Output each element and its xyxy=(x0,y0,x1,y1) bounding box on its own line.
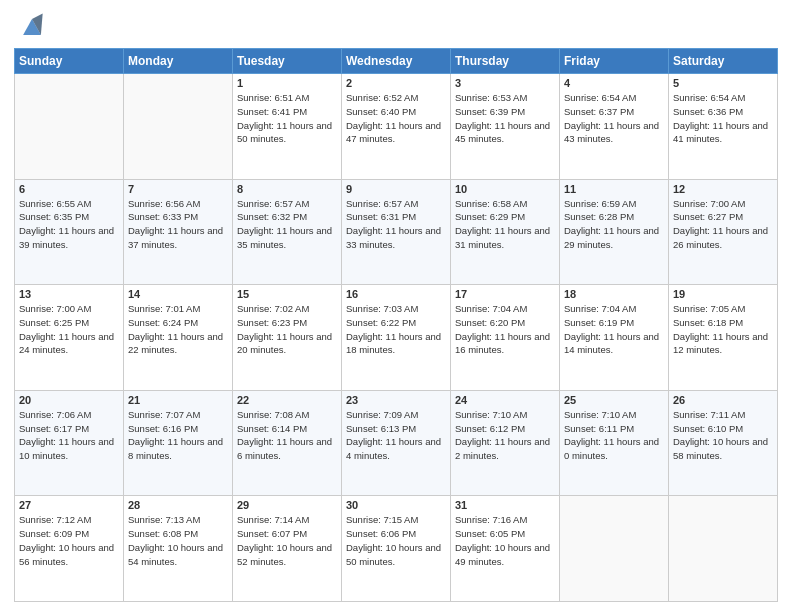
day-cell: 19 Sunrise: 7:05 AM Sunset: 6:18 PM Dayl… xyxy=(669,285,778,391)
sunrise-text: Sunrise: 7:11 AM xyxy=(673,409,745,420)
sunrise-text: Sunrise: 6:56 AM xyxy=(128,198,200,209)
day-number: 25 xyxy=(564,394,664,406)
header xyxy=(14,10,778,42)
day-cell: 5 Sunrise: 6:54 AM Sunset: 6:36 PM Dayli… xyxy=(669,74,778,180)
day-cell: 8 Sunrise: 6:57 AM Sunset: 6:32 PM Dayli… xyxy=(233,179,342,285)
daylight-text: Daylight: 11 hours and 14 minutes. xyxy=(564,331,659,356)
day-number: 19 xyxy=(673,288,773,300)
daylight-text: Daylight: 10 hours and 56 minutes. xyxy=(19,542,114,567)
sunset-text: Sunset: 6:27 PM xyxy=(673,211,743,222)
sunset-text: Sunset: 6:36 PM xyxy=(673,106,743,117)
day-cell: 30 Sunrise: 7:15 AM Sunset: 6:06 PM Dayl… xyxy=(342,496,451,602)
daylight-text: Daylight: 10 hours and 49 minutes. xyxy=(455,542,550,567)
daylight-text: Daylight: 11 hours and 18 minutes. xyxy=(346,331,441,356)
day-number: 10 xyxy=(455,183,555,195)
sunset-text: Sunset: 6:24 PM xyxy=(128,317,198,328)
sunset-text: Sunset: 6:32 PM xyxy=(237,211,307,222)
day-cell xyxy=(124,74,233,180)
sunset-text: Sunset: 6:19 PM xyxy=(564,317,634,328)
daylight-text: Daylight: 11 hours and 45 minutes. xyxy=(455,120,550,145)
daylight-text: Daylight: 11 hours and 4 minutes. xyxy=(346,436,441,461)
sunrise-text: Sunrise: 7:10 AM xyxy=(564,409,636,420)
daylight-text: Daylight: 11 hours and 22 minutes. xyxy=(128,331,223,356)
day-cell: 31 Sunrise: 7:16 AM Sunset: 6:05 PM Dayl… xyxy=(451,496,560,602)
sunrise-text: Sunrise: 7:08 AM xyxy=(237,409,309,420)
day-info: Sunrise: 7:09 AM Sunset: 6:13 PM Dayligh… xyxy=(346,408,446,463)
sunrise-text: Sunrise: 7:01 AM xyxy=(128,303,200,314)
sunrise-text: Sunrise: 6:58 AM xyxy=(455,198,527,209)
day-cell: 12 Sunrise: 7:00 AM Sunset: 6:27 PM Dayl… xyxy=(669,179,778,285)
sunset-text: Sunset: 6:08 PM xyxy=(128,528,198,539)
day-cell: 15 Sunrise: 7:02 AM Sunset: 6:23 PM Dayl… xyxy=(233,285,342,391)
daylight-text: Daylight: 11 hours and 26 minutes. xyxy=(673,225,768,250)
day-cell: 2 Sunrise: 6:52 AM Sunset: 6:40 PM Dayli… xyxy=(342,74,451,180)
day-info: Sunrise: 7:15 AM Sunset: 6:06 PM Dayligh… xyxy=(346,513,446,568)
day-info: Sunrise: 7:08 AM Sunset: 6:14 PM Dayligh… xyxy=(237,408,337,463)
sunset-text: Sunset: 6:39 PM xyxy=(455,106,525,117)
day-info: Sunrise: 7:10 AM Sunset: 6:11 PM Dayligh… xyxy=(564,408,664,463)
daylight-text: Daylight: 10 hours and 50 minutes. xyxy=(346,542,441,567)
sunset-text: Sunset: 6:41 PM xyxy=(237,106,307,117)
daylight-text: Daylight: 11 hours and 50 minutes. xyxy=(237,120,332,145)
daylight-text: Daylight: 11 hours and 35 minutes. xyxy=(237,225,332,250)
page: SundayMondayTuesdayWednesdayThursdayFrid… xyxy=(0,0,792,612)
day-info: Sunrise: 7:00 AM Sunset: 6:27 PM Dayligh… xyxy=(673,197,773,252)
sunrise-text: Sunrise: 7:00 AM xyxy=(19,303,91,314)
sunrise-text: Sunrise: 7:12 AM xyxy=(19,514,91,525)
day-info: Sunrise: 7:10 AM Sunset: 6:12 PM Dayligh… xyxy=(455,408,555,463)
day-info: Sunrise: 7:04 AM Sunset: 6:20 PM Dayligh… xyxy=(455,302,555,357)
sunset-text: Sunset: 6:07 PM xyxy=(237,528,307,539)
daylight-text: Daylight: 10 hours and 54 minutes. xyxy=(128,542,223,567)
day-info: Sunrise: 7:04 AM Sunset: 6:19 PM Dayligh… xyxy=(564,302,664,357)
logo-icon xyxy=(16,10,48,42)
day-number: 2 xyxy=(346,77,446,89)
day-number: 7 xyxy=(128,183,228,195)
daylight-text: Daylight: 11 hours and 12 minutes. xyxy=(673,331,768,356)
day-cell: 1 Sunrise: 6:51 AM Sunset: 6:41 PM Dayli… xyxy=(233,74,342,180)
week-row: 13 Sunrise: 7:00 AM Sunset: 6:25 PM Dayl… xyxy=(15,285,778,391)
day-cell: 18 Sunrise: 7:04 AM Sunset: 6:19 PM Dayl… xyxy=(560,285,669,391)
sunset-text: Sunset: 6:31 PM xyxy=(346,211,416,222)
sunset-text: Sunset: 6:16 PM xyxy=(128,423,198,434)
day-cell: 23 Sunrise: 7:09 AM Sunset: 6:13 PM Dayl… xyxy=(342,390,451,496)
day-info: Sunrise: 6:58 AM Sunset: 6:29 PM Dayligh… xyxy=(455,197,555,252)
day-number: 28 xyxy=(128,499,228,511)
day-number: 29 xyxy=(237,499,337,511)
sunrise-text: Sunrise: 6:55 AM xyxy=(19,198,91,209)
day-cell: 24 Sunrise: 7:10 AM Sunset: 6:12 PM Dayl… xyxy=(451,390,560,496)
sunrise-text: Sunrise: 7:00 AM xyxy=(673,198,745,209)
day-info: Sunrise: 7:03 AM Sunset: 6:22 PM Dayligh… xyxy=(346,302,446,357)
day-info: Sunrise: 7:02 AM Sunset: 6:23 PM Dayligh… xyxy=(237,302,337,357)
day-info: Sunrise: 6:57 AM Sunset: 6:32 PM Dayligh… xyxy=(237,197,337,252)
sunset-text: Sunset: 6:20 PM xyxy=(455,317,525,328)
day-info: Sunrise: 7:01 AM Sunset: 6:24 PM Dayligh… xyxy=(128,302,228,357)
day-cell: 17 Sunrise: 7:04 AM Sunset: 6:20 PM Dayl… xyxy=(451,285,560,391)
sunset-text: Sunset: 6:09 PM xyxy=(19,528,89,539)
day-info: Sunrise: 6:54 AM Sunset: 6:36 PM Dayligh… xyxy=(673,91,773,146)
daylight-text: Daylight: 11 hours and 39 minutes. xyxy=(19,225,114,250)
daylight-text: Daylight: 10 hours and 58 minutes. xyxy=(673,436,768,461)
week-row: 20 Sunrise: 7:06 AM Sunset: 6:17 PM Dayl… xyxy=(15,390,778,496)
sunrise-text: Sunrise: 6:57 AM xyxy=(237,198,309,209)
day-number: 23 xyxy=(346,394,446,406)
sunset-text: Sunset: 6:22 PM xyxy=(346,317,416,328)
day-info: Sunrise: 7:12 AM Sunset: 6:09 PM Dayligh… xyxy=(19,513,119,568)
day-number: 31 xyxy=(455,499,555,511)
day-number: 26 xyxy=(673,394,773,406)
day-number: 24 xyxy=(455,394,555,406)
sunrise-text: Sunrise: 7:06 AM xyxy=(19,409,91,420)
day-cell: 26 Sunrise: 7:11 AM Sunset: 6:10 PM Dayl… xyxy=(669,390,778,496)
day-info: Sunrise: 7:14 AM Sunset: 6:07 PM Dayligh… xyxy=(237,513,337,568)
day-info: Sunrise: 6:54 AM Sunset: 6:37 PM Dayligh… xyxy=(564,91,664,146)
daylight-text: Daylight: 11 hours and 43 minutes. xyxy=(564,120,659,145)
sunrise-text: Sunrise: 6:51 AM xyxy=(237,92,309,103)
day-cell: 16 Sunrise: 7:03 AM Sunset: 6:22 PM Dayl… xyxy=(342,285,451,391)
day-number: 6 xyxy=(19,183,119,195)
day-number: 8 xyxy=(237,183,337,195)
sunrise-text: Sunrise: 7:15 AM xyxy=(346,514,418,525)
sunrise-text: Sunrise: 7:04 AM xyxy=(455,303,527,314)
sunset-text: Sunset: 6:28 PM xyxy=(564,211,634,222)
daylight-text: Daylight: 11 hours and 33 minutes. xyxy=(346,225,441,250)
day-cell: 22 Sunrise: 7:08 AM Sunset: 6:14 PM Dayl… xyxy=(233,390,342,496)
daylight-text: Daylight: 11 hours and 2 minutes. xyxy=(455,436,550,461)
